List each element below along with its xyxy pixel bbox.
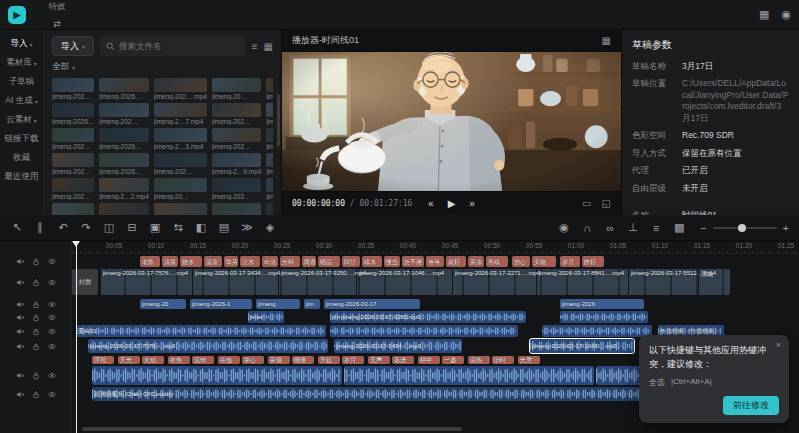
blade-icon[interactable]: ∥ — [33, 221, 47, 234]
hide-track-icon[interactable] — [47, 342, 57, 351]
mute-track-icon[interactable] — [15, 257, 25, 266]
chips-clip[interactable]: jimeng-2026 — [560, 299, 644, 309]
mute-track-icon[interactable] — [15, 371, 25, 380]
lock-track-icon[interactable] — [31, 327, 41, 336]
search-box[interactable] — [100, 36, 246, 56]
audio-clip[interactable]: jimeng-2026-03-17-7576….mp3 — [88, 339, 328, 353]
search-input[interactable] — [119, 41, 240, 51]
lyric-clip[interactable]: 浮现 — [92, 356, 114, 364]
video-clip[interactable]: jimeng-2026-03-17-3434….mp4 — [192, 269, 278, 295]
chips-clip[interactable]: jim — [304, 299, 320, 309]
media-item[interactable]: jimeng-202… — [52, 128, 94, 150]
zoom-slider-knob[interactable] — [738, 224, 746, 232]
audio-clip[interactable] — [542, 325, 652, 337]
video-clip[interactable]: jimeng-2026-03-17-8841….mp4 — [536, 269, 628, 295]
hide-track-icon[interactable] — [47, 278, 57, 287]
media-nav-item-5[interactable]: 云素材▾ — [0, 112, 43, 128]
media-item[interactable]: jimeng-202… — [212, 128, 262, 150]
media-item[interactable]: jimeng-2026… — [154, 203, 207, 215]
media-item[interactable]: jimeng-202… — [266, 78, 273, 100]
text-clip[interactable]: 茶凉 — [468, 256, 484, 267]
text-clip[interactable]: 回甘 — [342, 256, 360, 267]
text-clip[interactable]: 就好 — [446, 256, 466, 267]
text-clip[interactable]: 出汤 — [262, 256, 278, 267]
mute-track-icon[interactable] — [15, 278, 25, 287]
undo-icon[interactable]: ↶ — [56, 221, 70, 234]
layout-icon[interactable]: ▦ — [759, 8, 769, 21]
lyric-clip[interactable]: 天光 — [118, 356, 140, 364]
media-item[interactable]: jimeng-202… — [99, 203, 149, 215]
text-clip[interactable]: 老陈 — [140, 256, 160, 267]
prev-frame-button[interactable]: « — [428, 198, 434, 209]
text-clip[interactable]: 细品 — [318, 256, 340, 267]
play-button[interactable]: ▶ — [448, 198, 456, 209]
video-clip[interactable]: jimeng-2026-03-17-5512….mp4 — [628, 269, 698, 295]
audio-clip[interactable]: 旁白01 — [76, 325, 326, 337]
lyric-clip[interactable]: 温热 — [468, 356, 490, 364]
lyric-clip[interactable]: 无声 — [368, 356, 390, 364]
lyric-clip[interactable]: 在他 — [218, 356, 240, 364]
media-nav-item-3[interactable]: 子草稿 — [0, 74, 43, 90]
zoom-out-icon[interactable]: − — [700, 222, 706, 234]
lyric-clip[interactable]: 掌心 — [242, 356, 264, 364]
media-item[interactable]: jimeng-2026… — [99, 78, 149, 100]
magnet-icon[interactable]: ∩ — [580, 222, 594, 234]
music-clip[interactable]: 影视级配乐 Chain Of Custody — [92, 387, 732, 401]
media-nav-item-1[interactable]: 导入▾ — [0, 36, 43, 52]
lyric-clip[interactable]: 升起 — [318, 356, 340, 364]
import-button[interactable]: 导入 ▾ — [52, 36, 94, 56]
lock-track-icon[interactable] — [31, 371, 41, 380]
playhead[interactable] — [76, 241, 77, 433]
lyric-clip[interactable]: 岁月 — [342, 356, 364, 364]
media-item[interactable]: jimeng-202… — [99, 103, 149, 125]
hide-track-icon[interactable] — [47, 390, 57, 399]
audio-clip[interactable]: jimeng-2026-03-17-1046….mp3 — [530, 339, 634, 353]
audio-clip[interactable]: jimeng-2026-03-17-3434….mp3 — [334, 339, 462, 353]
hide-track-icon[interactable] — [47, 371, 57, 380]
media-item[interactable]: jimeng-202… — [154, 153, 207, 175]
audio-clip[interactable]: jimer — [248, 311, 284, 323]
lock-track-icon[interactable] — [31, 390, 41, 399]
redo-icon[interactable]: ↷ — [79, 221, 93, 234]
grid-view-icon[interactable]: ▦ — [264, 41, 273, 52]
crop-icon[interactable]: ▤ — [217, 221, 231, 234]
media-item[interactable]: jimeng-20… — [266, 153, 273, 175]
media-item[interactable]: jimeng-20… — [52, 203, 94, 215]
split-icon[interactable]: ◫ — [102, 221, 116, 234]
text-clip[interactable]: 清晨 — [162, 256, 178, 267]
mute-track-icon[interactable] — [15, 342, 25, 351]
text-clip[interactable]: 注水 — [240, 256, 260, 267]
media-item[interactable]: jimeng-2026… — [99, 153, 149, 175]
text-clip[interactable]: 岁月 — [560, 256, 580, 267]
text-clip[interactable]: 闻香 — [302, 256, 316, 267]
text-clip[interactable]: 慢些 — [384, 256, 400, 267]
audio-clip[interactable] — [330, 325, 518, 337]
media-item[interactable]: jimeng-2…9.mp4 — [212, 153, 262, 175]
media-nav-item-7[interactable]: 收藏 — [0, 150, 43, 166]
user-icon[interactable]: ◉ — [781, 8, 791, 21]
zoom-slider[interactable] — [713, 227, 777, 229]
text-clip[interactable]: 烧水 — [180, 256, 202, 267]
lyric-clip[interactable]: 落进 — [392, 356, 414, 364]
lyric-clip[interactable]: 茶烟 — [268, 356, 290, 364]
sort-icon[interactable]: ≡ — [252, 41, 258, 52]
media-item[interactable]: jimeng-202… — [52, 178, 94, 200]
marker-icon[interactable]: ◈ — [263, 221, 277, 234]
media-item[interactable]: jimeng-202… — [212, 178, 262, 200]
lock-track-icon[interactable] — [31, 300, 41, 309]
video-viewport[interactable] — [282, 52, 621, 191]
media-item[interactable]: jimeng-2…8.mp4 — [266, 203, 273, 215]
link-icon[interactable]: ∞ — [603, 222, 617, 234]
text-clip[interactable]: 续水 — [362, 256, 382, 267]
filter-all-label[interactable]: 全部 — [52, 61, 69, 73]
lock-track-icon[interactable] — [31, 313, 41, 322]
text-clip[interactable]: 再续 — [486, 256, 508, 267]
media-item[interactable]: jimeng-2026… — [99, 128, 149, 150]
timeline-settings-icon[interactable]: ▩ — [672, 221, 686, 234]
audio-clip[interactable]: jim jimeng-2026-03-17-9250.mp3 — [330, 311, 526, 323]
lyric-clip[interactable]: 杯中 — [418, 356, 440, 364]
lyric-clip[interactable]: 一盏 — [442, 356, 464, 364]
text-clip[interactable]: 急不得 — [402, 256, 424, 267]
text-clip[interactable]: 温壶 — [204, 256, 222, 267]
media-item[interactable]: jimeng-20… — [266, 128, 273, 150]
